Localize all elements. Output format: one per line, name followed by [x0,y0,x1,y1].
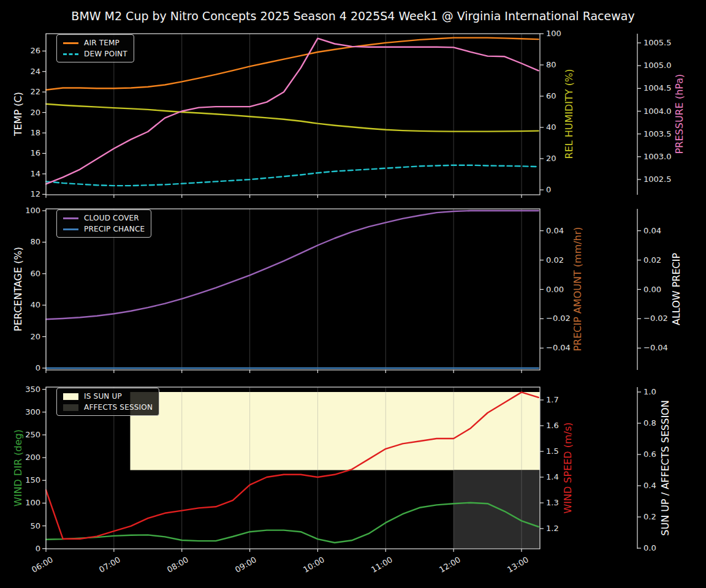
humidity-axis-label: REL HUMIDITY (%) [563,22,575,206]
tick-label: 12 [30,189,40,199]
wind-dir-axis-label: WIND DIR (deg) [12,376,25,560]
tick-label: 20 [30,332,40,342]
sun-up-axis-label: SUN UP / AFFECTS SESSION [659,376,672,560]
tick-label: 16 [30,148,40,158]
legend-item-label: PRECIP CHANCE [84,225,145,233]
chart-canvas [0,0,706,588]
region-affects-session [454,470,540,549]
tick-label: 1.2 [546,524,559,533]
tick-label: 18 [30,128,40,138]
tick-label: 1005.5 [643,38,672,48]
legend-item-label: AFFECTS SESSION [84,403,153,412]
region-is-sun-up [130,392,539,470]
tick-label: 24 [30,67,40,77]
tick-label: 60 [546,91,556,101]
tick-label: 0.00 [643,285,661,295]
legend-item-label: IS SUN UP [84,392,122,401]
tick-label: 1.4 [546,472,559,482]
legend-item-label: DEW POINT [84,50,127,58]
tick-label: 1.3 [546,498,559,508]
legend-patch-swatch [63,404,78,411]
legend-temperature: AIR TEMPDEW POINT [56,34,134,62]
tick-label: 60 [30,269,40,279]
tick-label: 100 [546,29,561,39]
tick-label: 22 [30,87,40,97]
legend-item-air-temp: AIR TEMP [63,39,127,47]
tick-label: 40 [30,300,40,310]
wind-speed-axis-label: WIND SPEED (m/s) [562,376,574,560]
tick-label: 250 [25,430,40,440]
tick-label: 0.00 [546,285,564,295]
series-dew-point [46,165,539,186]
tick-label: −0.04 [643,343,668,353]
tick-label: 1003.5 [643,129,672,139]
tick-label: 1.7 [546,395,559,405]
tick-label: −0.02 [546,314,571,323]
tick-label: 20 [546,154,556,164]
tick-label: −0.02 [643,314,668,323]
tick-label: 0.8 [643,418,656,428]
tick-label: 0.04 [546,226,564,236]
tick-label: 300 [25,407,40,417]
legend-item-dew-point: DEW POINT [63,50,127,58]
legend-item-label: AIR TEMP [84,39,120,47]
tick-label: 20 [30,108,40,118]
tick-label: 0 [36,363,40,373]
pressure-axis-label: PRESSURE (hPa) [674,22,686,206]
tick-label: 100 [25,206,40,216]
tick-label: 1004.0 [643,107,672,116]
legend-patch-swatch [63,393,78,400]
tick-label: 0.6 [643,450,656,459]
tick-label: 0 [36,544,40,554]
tick-label: 0.4 [643,481,656,491]
tick-label: 80 [546,60,556,70]
tick-label: 0.0 [643,543,656,553]
percentage-axis-label: PERCENTAGE (%) [12,197,25,381]
tick-label: 100 [25,498,40,508]
tick-label: 1003.0 [643,152,672,162]
tick-label: −0.04 [546,343,571,353]
legend-item-cloud-cover: CLOUD COVER [63,214,145,222]
tick-label: 80 [30,237,40,247]
tick-label: 0.2 [643,512,656,522]
series-rel-humidity [46,104,539,132]
allow-precip-axis-label: ALLOW PRECIP [670,197,683,381]
legend-line-swatch [63,53,78,55]
tick-label: 1004.5 [643,83,672,93]
legend-line-swatch [63,42,78,44]
tick-label: 200 [25,453,40,462]
legend-line-swatch [63,228,78,230]
legend-item-affects-session: AFFECTS SESSION [63,403,153,412]
tick-label: 1.5 [546,447,559,456]
tick-label: 14 [30,169,40,179]
tick-label: 350 [25,385,40,394]
legend-line-swatch [63,217,78,219]
legend-item-label: CLOUD COVER [84,214,139,222]
tick-label: 40 [546,123,556,132]
temp-axis-label: TEMP (C) [12,22,25,206]
tick-label: 0 [546,185,551,195]
legend-sun-session: IS SUN UPAFFECTS SESSION [56,388,159,416]
tick-label: 1.6 [546,421,559,431]
tick-label: 26 [30,46,40,56]
tick-label: 0.02 [546,255,564,265]
precip-amount-axis-label: PRECIP AMOUNT (mm/hr) [572,197,584,381]
tick-label: 0.04 [643,226,661,236]
weather-forecast-chart: BMW M2 Cup by Nitro Concepts 2025 Season… [0,0,706,588]
tick-label: 0.02 [643,255,661,265]
tick-label: 1.0 [643,387,656,397]
tick-label: 1002.5 [643,175,672,184]
tick-label: 50 [30,521,40,531]
tick-label: 1005.0 [643,61,672,70]
legend-item-precip-chance: PRECIP CHANCE [63,225,145,233]
tick-label: 150 [25,475,40,485]
legend-cloud-precip: CLOUD COVERPRECIP CHANCE [56,209,151,238]
legend-item-is-sun-up: IS SUN UP [63,392,153,401]
